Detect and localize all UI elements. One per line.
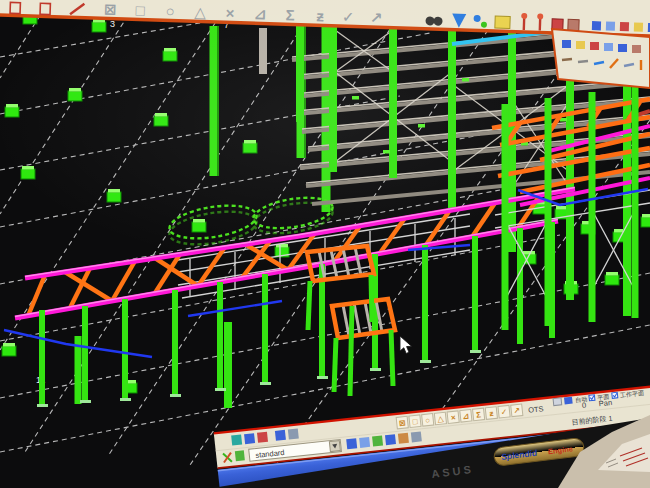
depth-icon[interactable] [553, 398, 562, 406]
snap-glyph: ↗ [513, 406, 521, 416]
snap-mini-icon[interactable] [288, 428, 299, 439]
snap-mini-icon[interactable] [244, 433, 255, 444]
cad-application-screen: 3 7 E 11 [0, 0, 650, 488]
status-ots: OTS [528, 404, 544, 415]
snap-glyph: ⊠ [398, 418, 406, 428]
snap-mini-icon[interactable] [257, 432, 268, 443]
snap-mini-icon[interactable] [231, 435, 242, 446]
photographed-monitor: 3 7 E 11 [0, 0, 650, 488]
snap-mini-icon[interactable] [275, 430, 286, 441]
snap-glyph: ⊿ [462, 411, 470, 421]
plane-icon[interactable] [564, 397, 573, 405]
snap-glyph: ✓ [500, 407, 508, 417]
